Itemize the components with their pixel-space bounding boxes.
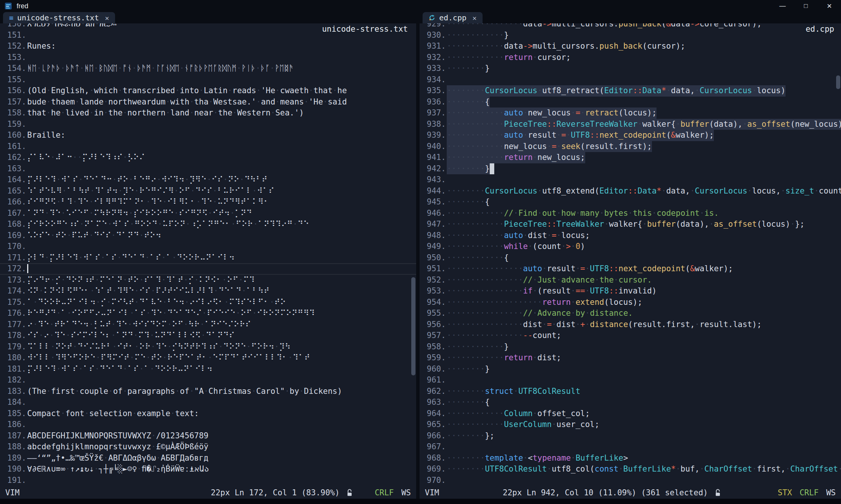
- status-flag-crlf[interactable]: CRLF: [799, 488, 819, 497]
- code-line[interactable]: 950.············{: [420, 252, 841, 264]
- code-line[interactable]: 947.············PieceTree::TreeWalker·wa…: [420, 219, 841, 230]
- code-line[interactable]: 964.············Column·offset_col;: [420, 408, 841, 419]
- code-line[interactable]: 951.················auto·result·=·UTF8::…: [420, 263, 841, 275]
- code-line[interactable]: 931.············data->multi_cursors.push…: [420, 41, 841, 52]
- lock-open-icon[interactable]: [346, 489, 353, 497]
- code-line[interactable]: 175.⠁·⠙⠕⠕⠗⠤⠝⠁⠊⠇⠲·⡊·⠍⠊⠣⠞·⠙⠁⠧⠑·⠃⠑⠲·⠔⠊⠇⠔⠫⠂·…: [0, 297, 416, 308]
- code-line[interactable]: 171.⡕⠇⠙·⡍⠜⠇⠑⠹·⠺⠁⠎·⠁⠎·⠙⠑⠁⠙·⠁⠎·⠁·⠙⠕⠕⠗⠤⠝⠁⠊⠇…: [0, 252, 416, 264]
- code-line[interactable]: 180.⠺⠊⠇⠇·⠹⠻⠑⠋⠕⠗⠑·⠏⠻⠍⠊⠞·⠍⠑·⠞⠕·⠗⠑⠏⠑⠁⠞⠂·⠑⠍⠏…: [0, 352, 416, 364]
- code-line[interactable]: 178.⠊⠎·⠔·⠹⠑·⠎⠊⠍⠊⠇⠑⠆·⠁⠝⠙·⠍⠹·⠥⠝⠙⠁⠇⠇⠪⠫·⠙⠁⠝⠙…: [0, 330, 416, 341]
- code-line[interactable]: 953.················if·(result·==·UTF8::…: [420, 286, 841, 297]
- code-line[interactable]: 162.⡌⠁⠧⠑·⠼⠁⠒··⡍⠜⠇⠑⠹⠰⠎·⡣⠕⠌: [0, 152, 416, 163]
- code-line[interactable]: 182.: [0, 375, 416, 386]
- code-line[interactable]: 157.bude·thaem·lande·northweardum·with·t…: [0, 97, 416, 108]
- code-line[interactable]: 961.: [420, 375, 841, 386]
- code-line[interactable]: 955.················//·Advance·by·distan…: [420, 308, 841, 319]
- code-line[interactable]: 163.: [0, 163, 416, 175]
- status-flag-crlf[interactable]: CRLF: [375, 488, 394, 497]
- status-flag-ws[interactable]: WS: [826, 488, 836, 497]
- code-line[interactable]: 949.············while·(count·>·0): [420, 241, 841, 252]
- code-line[interactable]: 959.············return·dist;: [420, 352, 841, 364]
- maximize-button[interactable]: □: [794, 0, 818, 12]
- code-line[interactable]: 177.⠔·⠹⠑·⠞⠗⠁⠙⠑⠲·⡃⠥⠞·⠹⠑·⠺⠊⠎⠙⠕⠍·⠕⠋·⠳⠗·⠁⠝⠊⠑…: [0, 319, 416, 330]
- code-line[interactable]: 968.········template·<typename·BufferLik…: [420, 453, 841, 464]
- code-line[interactable]: 185.Compact·font·selection·example·text:: [0, 408, 416, 419]
- code-line[interactable]: 962.········struct·UTF8ColResult: [420, 386, 841, 397]
- code-line[interactable]: 938.············PieceTree::ReverseTreeWa…: [420, 119, 841, 130]
- code-line[interactable]: 967.: [420, 441, 841, 453]
- code-line[interactable]: 932.············return·cursor;: [420, 52, 841, 63]
- code-line[interactable]: 153.: [0, 52, 416, 63]
- code-line[interactable]: 181.⡍⠜⠇⠑⠹·⠺⠁⠎·⠁⠎·⠙⠑⠁⠙·⠁⠎·⠁·⠙⠕⠕⠗⠤⠝⠁⠊⠇⠲: [0, 364, 416, 375]
- code-line[interactable]: 935.········CursorLocus·utf8_retract(Edi…: [420, 85, 841, 97]
- minimize-button[interactable]: —: [771, 0, 794, 12]
- code-line[interactable]: 942.········}: [420, 163, 841, 175]
- code-line[interactable]: 183.(The·first·couple·of·paragraphs·of·"…: [0, 386, 416, 397]
- code-line[interactable]: 155.: [0, 74, 416, 86]
- code-line[interactable]: 945.········{: [420, 197, 841, 208]
- code-line[interactable]: 957.················--count;: [420, 330, 841, 341]
- tab-unicode-stress-txt[interactable]: ≡ unicode-stress.txt ✕: [3, 12, 115, 23]
- code-line[interactable]: 161.: [0, 141, 416, 152]
- editor-pane-left[interactable]: unicode-stress.txt 150.እግርህን·በፍራሽህ·ልክ·ዘር…: [0, 23, 416, 487]
- code-line[interactable]: 190.∀∂∈ℝ∧∪≡∞·↑↗↨↻⇣·┐┼╔╘░►☺♀·ﬁ�⑀₂ἠḂӥẄɐː⍎א…: [0, 464, 416, 475]
- left-scrollbar-thumb[interactable]: [411, 277, 415, 375]
- code-line[interactable]: 174.⠪⠝·⠅⠝⠪⠇⠫⠛⠑⠂·⠱⠁⠞·⠹⠻⠑·⠊⠎·⠏⠜⠞⠊⠊⠥⠇⠜⠇⠹·⠙⠑…: [0, 286, 416, 297]
- code-line[interactable]: 179.⠩⠁⠇⠇·⠝⠕⠞·⠙⠊⠌⠥⠗⠃·⠊⠞⠂·⠕⠗·⠹⠑·⡊⠳⠝⠞⠗⠹⠰⠎·⠙…: [0, 341, 416, 353]
- code-line[interactable]: 189.–—‘“”„†•…‰™œŠŸž€·ΑΒΓΔΩαβγδω·АБВГДабв…: [0, 453, 416, 464]
- tab-ed-cpp[interactable]: ed.cpp ✕: [423, 12, 483, 23]
- code-line[interactable]: 952.················//·Just·advance·the·…: [420, 275, 841, 286]
- code-line[interactable]: 929.················data->multi_cursors.…: [420, 23, 841, 30]
- code-line[interactable]: 158.that·he·lived·in·the·northern·land·n…: [0, 108, 416, 119]
- code-line[interactable]: 933.········}: [420, 63, 841, 74]
- code-line[interactable]: 958.············}: [420, 341, 841, 353]
- code-line[interactable]: 930.············}: [420, 30, 841, 41]
- status-flag-stx[interactable]: STX: [778, 488, 792, 497]
- code-line[interactable]: 943.: [420, 174, 841, 186]
- code-line[interactable]: 173.⡍⠔⠙⠖·⡊·⠙⠕⠝⠰⠞·⠍⠑⠁⠝·⠞⠕·⠎⠁⠹·⠹⠁⠞·⡊·⠅⠝⠪⠂·…: [0, 275, 416, 286]
- code-line[interactable]: 960.········}: [420, 364, 841, 375]
- code-line[interactable]: 184.: [0, 397, 416, 408]
- code-line[interactable]: 941.············return·new_locus;: [420, 152, 841, 163]
- code-line[interactable]: 164.⡍⠜⠇⠑⠹·⠺⠁⠎·⠙⠑⠁⠙⠒·⠞⠕·⠃⠑⠛⠔·⠺⠊⠹⠲·⡹⠻⠑·⠊⠎·…: [0, 174, 416, 186]
- code-line[interactable]: 944.········CursorLocus·utf8_extend(Edit…: [420, 186, 841, 197]
- code-line[interactable]: 165.⠱⠁⠞⠑⠧⠻·⠁⠃⠳⠞·⠹⠁⠞⠲·⡹⠑·⠗⠑⠛⠊⠌⠻·⠕⠋·⠙⠊⠎·⠃⠥…: [0, 186, 416, 197]
- code-line[interactable]: 946.············//·Find·out·how·many·byt…: [420, 208, 841, 219]
- code-line[interactable]: 970.: [420, 475, 841, 486]
- code-line[interactable]: 167.⠁⠝⠙·⠹⠑·⠡⠊⠑⠋·⠍⠳⠗⠝⠻⠲·⡎⠊⠗⠕⠕⠛⠑·⠎⠊⠛⠝⠫·⠊⠞⠲…: [0, 208, 416, 219]
- code-line[interactable]: 965.············UserColumn·user_col;: [420, 419, 841, 430]
- code-line[interactable]: 939.············auto·result·=·UTF8::next…: [420, 130, 841, 141]
- code-line[interactable]: 954.····················return·extend(lo…: [420, 297, 841, 308]
- tab-close-button[interactable]: ✕: [472, 14, 477, 22]
- editor-pane-right[interactable]: ed.cpp 929.················data->multi_c…: [420, 23, 841, 487]
- code-line[interactable]: 156.(Old·English,·which·transcribed·into…: [0, 85, 416, 97]
- code-line[interactable]: 176.⠗⠑⠛⠜⠙·⠁·⠊⠕⠋⠋⠔⠤⠝⠁⠊⠇·⠁⠎·⠹⠑·⠙⠑⠁⠙⠑⠌·⠏⠊⠑⠊…: [0, 308, 416, 319]
- code-line[interactable]: 172.: [0, 263, 416, 275]
- code-line[interactable]: 948.············auto·dist·=·locus;: [420, 230, 841, 241]
- pane-divider[interactable]: [416, 12, 420, 499]
- code-line[interactable]: 956.················dist·=·dist·+·distan…: [420, 319, 841, 330]
- code-line[interactable]: 191.: [0, 475, 416, 486]
- code-line[interactable]: 154.ᚻᛖ·ᚳᚹᚫᚦ·ᚦᚫᛏ·ᚻᛖ·ᛒᚢᛞᛖ·ᚩᚾ·ᚦᚫᛗ·ᛚᚪᚾᛞᛖ·ᚾᚩᚱ…: [0, 63, 416, 74]
- code-line[interactable]: 166.⠎⠊⠛⠝⠫·⠃⠹·⠹⠑·⠊⠇⠻⠛⠹⠍⠁⠝⠂·⠹⠑·⠊⠇⠻⠅⠂·⠹⠑·⠥⠝…: [0, 197, 416, 208]
- lock-open-icon[interactable]: [715, 489, 721, 497]
- code-line[interactable]: 170.: [0, 241, 416, 252]
- code-line[interactable]: 937.············auto·new_locus·=·retract…: [420, 108, 841, 119]
- code-line[interactable]: 187.ABCDEFGHIJKLMNOPQRSTUVWXYZ·/01234567…: [0, 430, 416, 442]
- tab-close-button[interactable]: ✕: [105, 14, 109, 22]
- close-button[interactable]: ✕: [818, 0, 841, 12]
- code-line[interactable]: 934.: [420, 74, 841, 86]
- code-line[interactable]: 159.: [0, 119, 416, 130]
- code-line[interactable]: 936.········{: [420, 97, 841, 108]
- code-line[interactable]: 963.········{: [420, 397, 841, 408]
- code-line[interactable]: 152.Runes:: [0, 41, 416, 52]
- code-line[interactable]: 160.Braille:: [0, 130, 416, 141]
- code-line[interactable]: 188.abcdefghijklmnopqrstuvwxyz·£©µÀÆÖÞßé…: [0, 441, 416, 453]
- code-line[interactable]: 940.············new_locus·=·seek(result.…: [420, 141, 841, 152]
- status-flag-ws[interactable]: WS: [401, 488, 411, 497]
- right-scrollbar-thumb[interactable]: [836, 75, 840, 89]
- code-line[interactable]: 186.: [0, 419, 416, 430]
- code-line[interactable]: 168.⡎⠊⠗⠕⠕⠛⠑⠰⠎·⠝⠁⠍⠑·⠺⠁⠎·⠛⠕⠕⠙·⠥⠏⠕⠝·⠰⡡⠁⠝⠛⠑⠂…: [0, 219, 416, 230]
- code-line[interactable]: 966.········};: [420, 430, 841, 442]
- code-line[interactable]: 169.⠡⠕⠎⠑·⠞⠕·⠏⠥⠞·⠙⠊⠎·⠙⠁⠝⠙·⠞⠕⠲: [0, 230, 416, 241]
